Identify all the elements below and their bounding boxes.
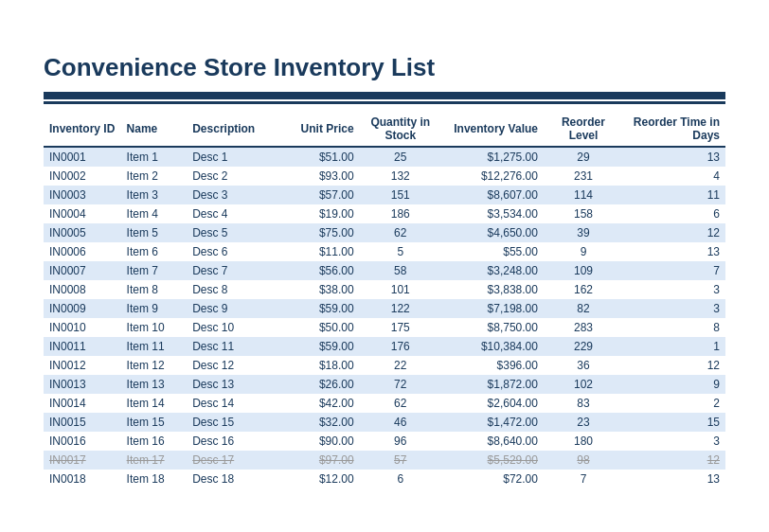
table-row: IN0012Item 12Desc 12$18.0022$396.003612 [44,356,725,375]
table-cell: 15 [623,413,725,432]
col-header-name: Name [121,112,188,147]
col-header-inv: Inventory Value [441,112,544,147]
table-cell: IN0016 [44,432,121,451]
table-cell: $12.00 [277,470,359,488]
table-cell: $50.00 [277,318,359,337]
table-cell: Desc 4 [187,204,277,223]
table-cell: 176 [360,337,441,356]
table-cell: 3 [623,299,725,318]
table-cell: $90.00 [277,432,359,451]
table-cell: 283 [544,318,623,337]
sub-bar [44,101,725,104]
table-cell: 158 [544,204,623,223]
table-cell: 39 [544,223,623,242]
table-cell: 82 [544,299,623,318]
table-cell: Item 14 [121,394,188,413]
table-cell: $1,472.00 [441,413,544,432]
table-cell: Item 10 [121,318,188,337]
table-cell: 122 [360,299,441,318]
table-cell: Item 9 [121,299,188,318]
table-cell: 96 [360,432,441,451]
table-cell: 8 [623,318,725,337]
table-cell: Desc 18 [187,470,277,488]
table-cell: Item 17 [121,451,188,470]
table-cell: $12,276.00 [441,167,544,186]
table-row: IN0015Item 15Desc 15$32.0046$1,472.00231… [44,413,725,432]
table-cell: 25 [360,147,441,167]
table-cell: IN0008 [44,280,121,299]
table-cell: Desc 2 [187,167,277,186]
table-cell: $59.00 [277,337,359,356]
table-row: IN0006Item 6Desc 6$11.005$55.00913 [44,242,725,261]
table-cell: IN0011 [44,337,121,356]
table-cell: 36 [544,356,623,375]
table-row: IN0009Item 9Desc 9$59.00122$7,198.00823 [44,299,725,318]
table-cell: Desc 1 [187,147,277,167]
table-cell: 101 [360,280,441,299]
table-cell: IN0003 [44,186,121,204]
table-cell: IN0005 [44,223,121,242]
table-cell: 151 [360,186,441,204]
page-container: Convenience Store Inventory List Invento… [15,25,754,507]
table-row: IN0013Item 13Desc 13$26.0072$1,872.00102… [44,375,725,394]
table-row: IN0016Item 16Desc 16$90.0096$8,640.00180… [44,432,725,451]
table-cell: 3 [623,280,725,299]
table-cell: $72.00 [441,470,544,488]
table-cell: 175 [360,318,441,337]
table-cell: Item 11 [121,337,188,356]
page-title: Convenience Store Inventory List [44,53,725,82]
table-cell: Desc 6 [187,242,277,261]
table-cell: IN0012 [44,356,121,375]
table-row: IN0001Item 1Desc 1$51.0025$1,275.002913 [44,147,725,167]
table-cell: 3 [623,432,725,451]
table-cell: Desc 16 [187,432,277,451]
table-cell: Item 4 [121,204,188,223]
table-cell: 6 [360,470,441,488]
table-cell: Item 12 [121,356,188,375]
table-row: IN0003Item 3Desc 3$57.00151$8,607.001141… [44,186,725,204]
table-cell: Item 6 [121,242,188,261]
table-header-row: Inventory ID Name Description Unit Price… [44,112,725,147]
table-cell: Desc 9 [187,299,277,318]
table-cell: $56.00 [277,261,359,280]
table-row: IN0018Item 18Desc 18$12.006$72.00713 [44,470,725,488]
table-cell: 22 [360,356,441,375]
table-cell: IN0018 [44,470,121,488]
table-cell: Item 15 [121,413,188,432]
table-cell: 102 [544,375,623,394]
table-cell: Item 2 [121,167,188,186]
col-header-desc: Description [187,112,277,147]
table-cell: IN0004 [44,204,121,223]
col-header-days: Reorder Time in Days [623,112,725,147]
table-cell: Desc 8 [187,280,277,299]
table-cell: IN0010 [44,318,121,337]
table-cell: $55.00 [441,242,544,261]
table-cell: $4,650.00 [441,223,544,242]
table-cell: 5 [360,242,441,261]
table-cell: 58 [360,261,441,280]
table-cell: 7 [623,261,725,280]
table-cell: Desc 13 [187,375,277,394]
table-cell: 62 [360,394,441,413]
table-cell: IN0006 [44,242,121,261]
table-cell: $1,872.00 [441,375,544,394]
table-cell: $3,534.00 [441,204,544,223]
table-cell: Item 1 [121,147,188,167]
table-cell: 57 [360,451,441,470]
col-header-reorder: Reorder Level [544,112,623,147]
table-cell: $38.00 [277,280,359,299]
table-cell: $8,607.00 [441,186,544,204]
table-cell: Item 18 [121,470,188,488]
table-cell: IN0007 [44,261,121,280]
table-cell: $93.00 [277,167,359,186]
table-cell: $57.00 [277,186,359,204]
table-cell: $5,529.00 [441,451,544,470]
table-cell: Item 16 [121,432,188,451]
col-header-qty: Quantity in Stock [360,112,441,147]
table-cell: 229 [544,337,623,356]
table-cell: 83 [544,394,623,413]
header-bar [44,92,725,99]
table-cell: IN0001 [44,147,121,167]
table-cell: $97.00 [277,451,359,470]
table-cell: $26.00 [277,375,359,394]
